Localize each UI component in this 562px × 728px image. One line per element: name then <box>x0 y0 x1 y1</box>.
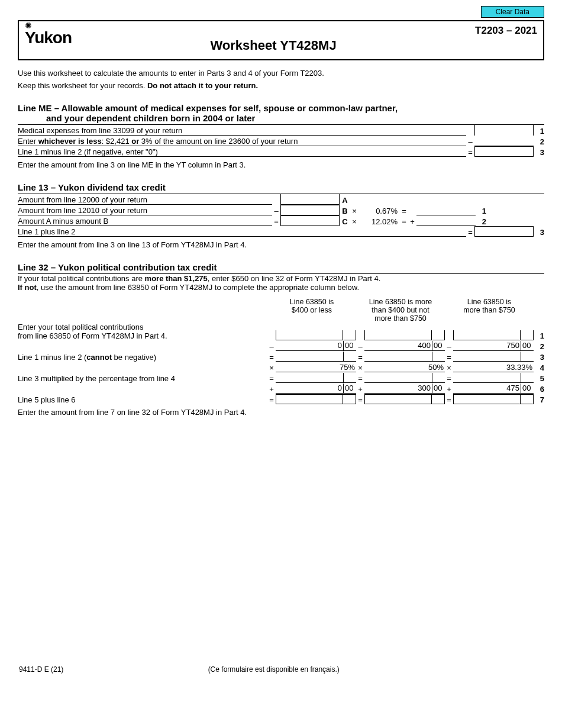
pol-r6-c2d: 300 <box>364 384 432 393</box>
logo-text: Yukon <box>25 31 72 44</box>
pol-r1-c3[interactable] <box>454 330 520 340</box>
div-r3-mult: × <box>350 217 358 226</box>
intro-p2: Keep this worksheet for your records. Do… <box>18 81 544 90</box>
me-row3-amount[interactable] <box>474 146 534 157</box>
div-r3-plus: + <box>408 217 416 226</box>
div-r2-desc: Amount from line 12010 of your return <box>18 206 272 215</box>
pol-r5-num: 5 <box>534 374 544 383</box>
me-row3-num: 3 <box>534 148 544 157</box>
me-row1-amount[interactable] <box>474 125 534 136</box>
pol-r6-c1d: 0 <box>276 384 343 393</box>
header-box: ✺ Yukon Worksheet YT428MJ T2203 – 2021 <box>18 20 544 60</box>
div-r2-letter: B <box>340 207 350 215</box>
intro-p1: Use this worksheet to calculate the amou… <box>18 69 544 78</box>
pol-r5-c3[interactable] <box>453 373 521 382</box>
div-r2-pct: 0.67% <box>358 207 400 215</box>
me-row2-desc: Enter whichever is less: $2,421 or 3% of… <box>18 137 466 146</box>
div-r1-amt[interactable] <box>280 194 340 205</box>
pol-note: Enter the amount from line 7 on line 32 … <box>18 408 544 417</box>
div-r1-letter: A <box>340 196 350 205</box>
pol-r2-c2d: 400 <box>364 341 432 350</box>
div-r3-pct: 12.02% <box>358 217 400 226</box>
me-row1-num: 1 <box>534 127 544 136</box>
pol-intro2: If not, use the amount from line 63850 o… <box>18 283 544 292</box>
me-row2-num: 2 <box>534 137 544 146</box>
pol-r7-c3[interactable] <box>454 395 520 404</box>
me-row1-desc: Medical expenses from line 33099 of your… <box>18 126 466 136</box>
div-r4-eq: = <box>466 228 474 237</box>
pol-r4-num: 4 <box>534 363 544 372</box>
pol-r3-desc: Line 1 minus line 2 (cannot be negative) <box>18 353 267 362</box>
div-r3-num: 2 <box>476 217 486 226</box>
div-r3-eq: = <box>400 217 408 226</box>
me-row3-desc: Line 1 minus line 2 (if negative, enter … <box>18 147 466 157</box>
footer-left: 9411-D E (21) <box>19 665 63 674</box>
pol-r1-num: 1 <box>534 331 544 340</box>
pol-r7-c2[interactable] <box>365 395 431 404</box>
pol-r5-c1[interactable] <box>276 373 343 382</box>
pol-r6-c3d: 475 <box>453 384 521 393</box>
me-row2-amount[interactable] <box>474 136 534 146</box>
intro-text: Use this worksheet to calculate the amou… <box>18 69 544 90</box>
section-me-heading: Line ME – Allowable amount of medical ex… <box>18 103 544 123</box>
pol-r4-c2: 50% <box>364 362 445 372</box>
div-r4-num: 3 <box>534 228 544 237</box>
pol-r5-c2[interactable] <box>364 373 432 382</box>
pol-r1-desc: Enter your total political contributions… <box>18 323 267 340</box>
pol-r6-num: 6 <box>534 385 544 394</box>
pol-r2-num: 2 <box>534 342 544 351</box>
page-title: Worksheet YT428MJ <box>72 38 475 53</box>
div-r3-letter: C <box>340 217 350 226</box>
div-r1-desc: Amount from line 12000 of your return <box>18 195 272 205</box>
div-r2-num: 1 <box>476 207 486 215</box>
pol-r2-c1d: 0 <box>276 341 343 350</box>
pol-r3-c1[interactable] <box>276 352 343 361</box>
div-r3-res[interactable] <box>416 215 476 226</box>
section-div-heading: Line 13 – Yukon dividend tax credit <box>18 182 544 192</box>
pol-r7-desc: Line 5 plus line 6 <box>18 395 267 404</box>
me-note: Enter the amount from line 3 on line ME … <box>18 160 544 169</box>
div-r3-desc: Amount A minus amount B <box>18 217 272 226</box>
div-r3-amt[interactable] <box>280 215 340 226</box>
pol-r4-c3: 33.33% <box>453 362 534 372</box>
pol-r2-c3d: 750 <box>453 341 521 350</box>
pol-col1-head: Line 63850 is$400 or less <box>267 298 356 323</box>
pol-r3-c3[interactable] <box>453 352 521 361</box>
me-row3-op: = <box>466 148 474 157</box>
pol-r7-num: 7 <box>534 395 544 404</box>
pol-r3-c2[interactable] <box>364 352 432 361</box>
footer-center: (Ce formulaire est disponible en françai… <box>208 665 340 674</box>
div-r2-res[interactable] <box>416 205 476 215</box>
form-id: T2203 – 2021 <box>475 25 537 37</box>
section-pol-heading: Line 32 – Yukon political contribution t… <box>18 262 544 272</box>
yukon-logo: ✺ Yukon <box>25 25 72 45</box>
div-r4-desc: Line 1 plus line 2 <box>18 227 466 237</box>
div-r3-op1: = <box>272 217 280 226</box>
me-row2-op: – <box>466 137 474 146</box>
clear-data-button[interactable]: Clear Data <box>481 6 544 18</box>
div-note: Enter the amount from line 3 on line 13 … <box>18 240 544 249</box>
pol-r5-desc: Line 3 multiplied by the percentage from… <box>18 374 267 383</box>
pol-r3-num: 3 <box>534 353 544 362</box>
pol-r4-c1: 75% <box>276 362 356 372</box>
div-r2-op1: – <box>272 207 280 215</box>
div-r2-eq: = <box>400 207 408 215</box>
pol-r1-c1[interactable] <box>276 330 343 340</box>
pol-col3-head: Line 63850 ismore than $750 <box>445 298 534 323</box>
pol-r7-c1[interactable] <box>276 395 343 404</box>
pol-r1-c2[interactable] <box>365 330 431 340</box>
div-r4-res[interactable] <box>474 226 534 237</box>
pol-intro1: If your total political contributions ar… <box>18 274 544 283</box>
pol-col2-head: Line 63850 is morethan $400 but notmore … <box>356 298 445 323</box>
div-r2-mult: × <box>350 207 358 215</box>
div-r2-amt[interactable] <box>280 205 340 215</box>
